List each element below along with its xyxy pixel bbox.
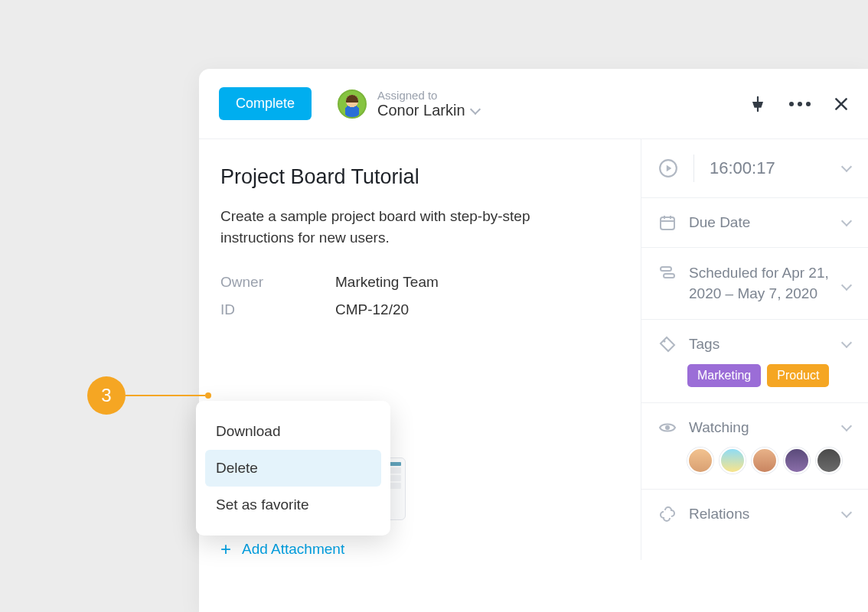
svg-rect-6 — [664, 274, 674, 278]
plus-icon: + — [220, 539, 231, 560]
sidebar-timer-row[interactable]: 16:00:17 — [641, 139, 868, 198]
task-description: Create a sample project board with step-… — [220, 206, 588, 248]
assignee-avatar — [338, 90, 367, 119]
owner-label: Owner — [220, 274, 335, 291]
svg-point-8 — [665, 425, 670, 430]
callout-connector-dot — [205, 392, 211, 399]
add-attachment-label: Add Attachment — [242, 541, 344, 558]
chevron-down-icon — [841, 216, 852, 226]
watcher-avatar[interactable] — [687, 448, 713, 474]
chevron-down-icon — [841, 337, 852, 348]
svg-rect-1 — [661, 217, 674, 230]
tutorial-callout: 3 — [87, 376, 211, 415]
schedule-text: Scheduled for Apr 21, 2020 – May 7, 2020 — [689, 263, 830, 304]
menu-item-set-favorite[interactable]: Set as favorite — [205, 487, 381, 523]
add-attachment-button[interactable]: + Add Attachment — [220, 539, 613, 560]
tag-icon — [658, 335, 677, 353]
more-options-icon[interactable] — [789, 102, 811, 106]
sidebar-watching-row[interactable]: Watching — [641, 403, 868, 490]
watcher-avatar[interactable] — [816, 448, 842, 474]
pin-icon[interactable] — [749, 96, 766, 112]
tags-label: Tags — [689, 336, 830, 353]
relations-icon — [658, 505, 677, 523]
watcher-avatar[interactable] — [752, 448, 778, 474]
id-value: CMP-12/20 — [335, 301, 409, 318]
sidebar-tags-row[interactable]: Tags Marketing Product — [641, 320, 868, 403]
task-title: Project Board Tutorial — [220, 165, 613, 189]
chevron-down-icon — [841, 421, 852, 431]
play-icon — [658, 158, 678, 178]
menu-item-delete[interactable]: Delete — [205, 450, 381, 487]
owner-value: Marketing Team — [335, 274, 439, 291]
chevron-down-icon — [841, 161, 852, 172]
assignee-name[interactable]: Conor Larkin — [377, 102, 479, 119]
sidebar-relations-row[interactable]: Relations — [641, 490, 868, 539]
chevron-down-icon — [469, 103, 480, 114]
task-detail-card: Complete Assigned to Conor Larkin — [199, 69, 868, 612]
assignee-name-text: Conor Larkin — [377, 102, 465, 119]
relations-label: Relations — [689, 506, 830, 522]
task-sidebar: 16:00:17 Due Date Sche — [641, 139, 868, 560]
schedule-icon — [658, 263, 677, 282]
meta-owner-row: Owner Marketing Team — [220, 274, 613, 291]
svg-rect-5 — [661, 267, 671, 271]
eye-icon — [658, 418, 677, 437]
meta-id-row: ID CMP-12/20 — [220, 301, 613, 318]
id-label: ID — [220, 301, 335, 318]
attachment-context-menu: Download Delete Set as favorite — [196, 401, 390, 536]
task-header: Complete Assigned to Conor Larkin — [199, 69, 868, 139]
watcher-avatar[interactable] — [784, 448, 810, 474]
task-main-panel: Project Board Tutorial Create a sample p… — [199, 139, 641, 560]
svg-point-7 — [664, 340, 666, 343]
chevron-down-icon — [841, 507, 852, 518]
watcher-avatar[interactable] — [720, 448, 746, 474]
chevron-down-icon — [841, 280, 852, 291]
complete-button[interactable]: Complete — [219, 87, 312, 120]
watching-label: Watching — [689, 419, 830, 436]
due-date-label: Due Date — [689, 214, 830, 231]
assignee-block[interactable]: Assigned to Conor Larkin — [338, 89, 479, 119]
sidebar-schedule-row[interactable]: Scheduled for Apr 21, 2020 – May 7, 2020 — [641, 248, 868, 320]
close-icon[interactable] — [834, 96, 849, 112]
tag-product[interactable]: Product — [767, 364, 829, 387]
sidebar-due-date-row[interactable]: Due Date — [641, 198, 868, 248]
calendar-icon — [658, 213, 677, 232]
tag-marketing[interactable]: Marketing — [687, 364, 761, 387]
callout-number-badge: 3 — [87, 376, 126, 415]
callout-connector-line — [126, 395, 205, 396]
assigned-to-label: Assigned to — [377, 89, 479, 102]
timer-value: 16:00:17 — [710, 158, 827, 178]
divider — [693, 155, 694, 182]
menu-item-download[interactable]: Download — [205, 413, 381, 450]
